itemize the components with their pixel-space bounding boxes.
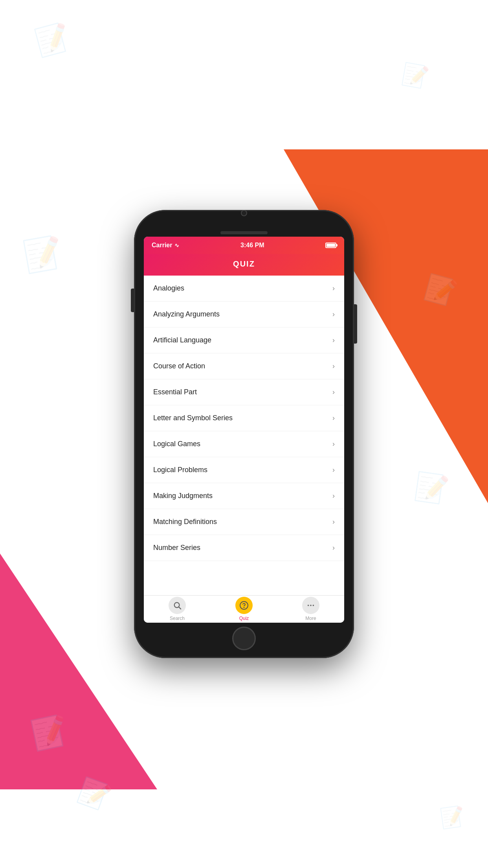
list-item-course-of-action[interactable]: Course of Action›	[144, 353, 344, 379]
carrier-info: Carrier ∿	[152, 242, 179, 249]
chevron-icon-letter-symbol-series: ›	[332, 414, 335, 422]
tab-more-label: More	[305, 616, 316, 621]
chevron-icon-analogies: ›	[332, 284, 335, 292]
list-item-label-making-judgments: Making Judgments	[153, 492, 213, 500]
svg-point-5	[310, 605, 312, 606]
chevron-icon-essential-part: ›	[332, 388, 335, 396]
tab-bar: Search Quiz	[144, 595, 344, 623]
list-item-analogies[interactable]: Analogies›	[144, 276, 344, 302]
list-item-essential-part[interactable]: Essential Part›	[144, 379, 344, 405]
bg-pink-shape	[0, 554, 157, 789]
list-item-analyzing-arguments[interactable]: Analyzing Arguments›	[144, 302, 344, 327]
list-item-matching-definitions[interactable]: Matching Definitions›	[144, 509, 344, 535]
list-item-label-essential-part: Essential Part	[153, 388, 197, 396]
phone-screen: Carrier ∿ 3:46 PM QUIZ Analogies›Analyzi…	[144, 237, 344, 623]
tab-quiz-label: Quiz	[239, 616, 249, 621]
quiz-list[interactable]: Analogies›Analyzing Arguments›Artificial…	[144, 276, 344, 595]
deco-icon-8: 📝	[438, 804, 466, 830]
chevron-icon-making-judgments: ›	[332, 492, 335, 500]
chevron-icon-logical-games: ›	[332, 440, 335, 448]
phone-speaker	[220, 231, 268, 234]
battery-fill	[327, 244, 335, 247]
status-bar: Carrier ∿ 3:46 PM	[144, 237, 344, 254]
phone-home-button[interactable]	[232, 627, 256, 650]
battery-indicator	[325, 243, 336, 248]
chevron-icon-course-of-action: ›	[332, 362, 335, 370]
list-item-artificial-language[interactable]: Artificial Language›	[144, 327, 344, 353]
nav-header: QUIZ	[144, 254, 344, 276]
quiz-icon-wrapper	[235, 597, 253, 614]
battery-body	[325, 243, 336, 248]
deco-icon-3: 📝	[21, 233, 66, 276]
chevron-icon-matching-definitions: ›	[332, 518, 335, 526]
svg-point-6	[313, 605, 314, 606]
tab-more[interactable]: More	[278, 597, 344, 621]
chevron-icon-artificial-language: ›	[332, 336, 335, 344]
chevron-icon-number-series: ›	[332, 544, 335, 552]
wifi-icon: ∿	[174, 242, 179, 248]
search-icon-wrapper	[169, 597, 186, 614]
phone-frame: Carrier ∿ 3:46 PM QUIZ Analogies›Analyzi…	[134, 210, 354, 658]
list-item-number-series[interactable]: Number Series›	[144, 535, 344, 561]
status-time: 3:46 PM	[240, 242, 264, 249]
phone-camera	[241, 210, 247, 216]
tab-search-label: Search	[170, 616, 185, 621]
chevron-icon-analyzing-arguments: ›	[332, 310, 335, 318]
deco-icon-5: 📝	[413, 469, 451, 506]
svg-line-1	[179, 607, 181, 609]
deco-icon-2: 📝	[400, 61, 431, 91]
list-item-label-logical-problems: Logical Problems	[153, 466, 207, 474]
chevron-icon-logical-problems: ›	[332, 466, 335, 474]
svg-point-4	[308, 605, 309, 606]
list-item-label-analogies: Analogies	[153, 284, 184, 292]
list-item-label-artificial-language: Artificial Language	[153, 336, 211, 344]
page-title: QUIZ	[233, 259, 255, 268]
list-item-label-analyzing-arguments: Analyzing Arguments	[153, 310, 220, 318]
tab-search[interactable]: Search	[144, 597, 210, 621]
list-item-logical-games[interactable]: Logical Games›	[144, 431, 344, 457]
list-item-label-matching-definitions: Matching Definitions	[153, 518, 217, 526]
list-item-making-judgments[interactable]: Making Judgments›	[144, 483, 344, 509]
list-item-label-logical-games: Logical Games	[153, 440, 200, 448]
list-item-label-number-series: Number Series	[153, 544, 200, 552]
list-item-label-course-of-action: Course of Action	[153, 362, 205, 370]
list-item-logical-problems[interactable]: Logical Problems›	[144, 457, 344, 483]
list-item-label-letter-symbol-series: Letter and Symbol Series	[153, 414, 233, 422]
more-icon-wrapper	[302, 597, 319, 614]
list-item-letter-symbol-series[interactable]: Letter and Symbol Series›	[144, 405, 344, 431]
tab-quiz[interactable]: Quiz	[211, 597, 277, 621]
carrier-label: Carrier	[152, 242, 172, 249]
